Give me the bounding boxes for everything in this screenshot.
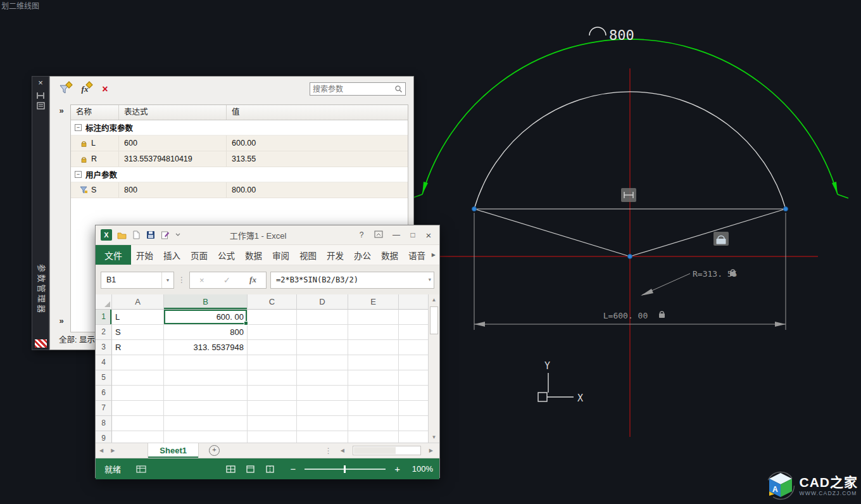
cell[interactable] [164,416,248,431]
palette-titlebar[interactable]: × 参数管理器 [32,76,49,350]
formula-bar-expand-icon[interactable]: ▼ [429,272,431,288]
ucs-icon[interactable]: Y X [538,360,583,404]
parameter-row[interactable]: S 800 800.00 [71,182,408,198]
zoom-slider-thumb[interactable] [344,465,346,473]
cell[interactable] [348,416,399,431]
minimize-button[interactable]: — [393,230,400,239]
cell[interactable] [164,355,248,370]
cancel-entry-icon[interactable]: × [199,275,204,285]
tab-home[interactable]: 开始 [131,245,158,265]
cell[interactable] [248,310,297,325]
cell[interactable] [112,370,164,386]
cell[interactable] [297,310,348,325]
confirm-entry-icon[interactable]: ✓ [223,275,230,285]
group-row-dimensional[interactable]: − 标注约束参数 [71,120,408,135]
scroll-up-icon[interactable]: ▲ [429,294,439,305]
new-filter-button[interactable] [58,82,72,96]
cell[interactable] [297,340,348,355]
row-header[interactable]: 3 [96,340,112,355]
cell[interactable] [112,355,164,370]
tab-office[interactable]: 办公 [349,245,376,265]
cell[interactable] [164,386,248,401]
fill-handle[interactable] [244,321,248,325]
collapse-icon[interactable]: − [75,171,82,178]
column-header-name[interactable]: 名称 [71,105,119,120]
cell[interactable] [348,401,399,416]
cell-a3[interactable]: R [112,340,164,355]
row-header[interactable]: 2 [96,325,112,340]
tab-view[interactable]: 视图 [294,245,322,265]
fix-constraint-icon[interactable] [621,188,636,202]
cell[interactable] [248,340,297,355]
page-break-view-icon[interactable] [265,465,275,473]
tab-data[interactable]: 数据 [240,245,267,265]
palette-resize-grip[interactable] [35,339,47,348]
arc-length-value[interactable]: 800 [609,27,634,43]
cell[interactable] [248,386,297,401]
cell[interactable] [248,416,297,431]
row-header[interactable]: 5 [96,370,112,386]
name-box-dropdown-icon[interactable]: ▼ [161,272,173,288]
tab-review[interactable]: 审阅 [267,245,294,265]
cell[interactable] [112,386,164,401]
cell[interactable] [248,355,297,370]
help-button[interactable]: ? [358,230,365,239]
scrollbar-thumb[interactable] [354,447,396,454]
column-header-d[interactable]: D [297,294,348,310]
page-layout-view-icon[interactable] [246,465,255,473]
cell[interactable] [297,325,348,340]
formula-bar-splitter[interactable]: ⋮ [178,275,185,284]
row-header[interactable]: 8 [96,416,112,431]
sheet-next-icon[interactable]: ▶ [107,448,118,453]
cell[interactable] [112,401,164,416]
scrollbar-thumb[interactable] [430,306,438,334]
radius-line-right[interactable] [630,209,786,256]
row-header[interactable]: 9 [96,431,112,443]
tab-file[interactable]: 文件 [96,245,131,265]
scrollbar-splitter[interactable]: ⋮ [325,446,332,455]
new-user-parameter-button[interactable]: fx [78,82,92,96]
cell-a1[interactable]: L [112,310,164,325]
cell[interactable] [164,370,248,386]
save-icon[interactable] [146,230,155,239]
cell-b2[interactable]: 800 [164,325,248,340]
grip-point[interactable] [472,207,477,211]
cell-b3[interactable]: 313. 5537948 [164,340,248,355]
lock-constraint-icon[interactable] [713,232,729,246]
tab-formulas[interactable]: 公式 [213,245,240,265]
cell[interactable] [348,386,399,401]
insert-function-icon[interactable]: fx [249,275,256,285]
auto-hide-pin-icon[interactable] [36,92,45,99]
cell[interactable] [164,401,248,416]
parameter-row[interactable]: R 313.553794810419 313.55 [71,151,408,167]
sheet-tab-sheet1[interactable]: Sheet1 [148,443,199,458]
formula-input[interactable]: =2*B3*SIN(B2/B3/2) ▼ [270,272,434,289]
expand-filters-bottom-icon[interactable]: » [55,316,68,325]
tab-data2[interactable]: 数据 [376,245,403,265]
cell[interactable] [297,386,348,401]
delete-parameter-button[interactable]: × [98,82,112,96]
new-document-icon[interactable] [132,230,141,239]
edit-pencil-icon[interactable] [161,230,170,239]
column-header-value[interactable]: 值 [227,105,408,120]
cell[interactable] [297,401,348,416]
macro-record-button[interactable] [136,465,146,473]
tab-voice[interactable]: 语音 [403,245,430,265]
length-dim-text[interactable]: L=600. 00 [603,311,648,320]
row-header[interactable]: 7 [96,401,112,416]
maximize-button[interactable]: □ [410,230,416,239]
zoom-out-button[interactable]: − [290,463,296,474]
sheet-prev-icon[interactable]: ◀ [96,448,107,453]
cell[interactable] [248,325,297,340]
cell[interactable] [348,431,399,443]
search-box[interactable] [310,82,406,96]
cell[interactable] [297,355,348,370]
add-sheet-button[interactable]: + [209,445,220,456]
group-row-user[interactable]: − 用户参数 [71,167,408,182]
column-header-expression[interactable]: 表达式 [119,105,227,120]
expand-filters-icon[interactable]: » [55,106,68,115]
cell[interactable] [348,355,399,370]
cell[interactable] [348,340,399,355]
cell[interactable] [248,401,297,416]
hscroll-left-icon[interactable]: ◀ [337,448,348,453]
